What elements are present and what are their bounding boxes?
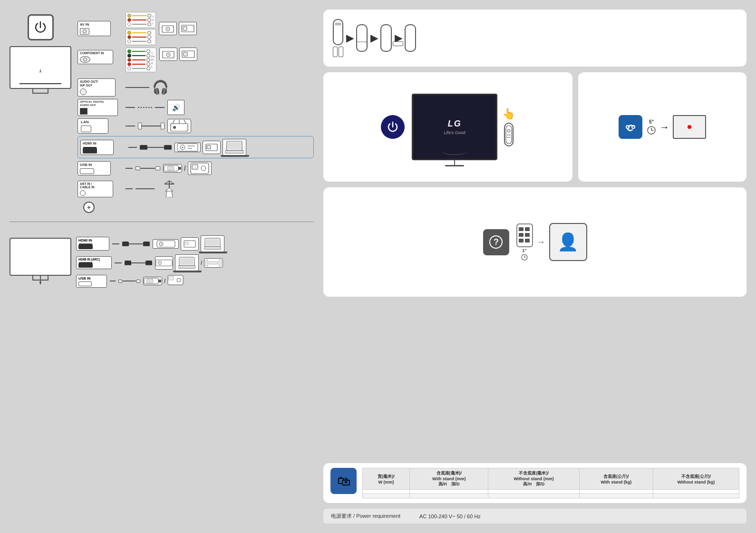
av-in-row: AV IN	[78, 12, 314, 45]
lg-tv-display: LG Life's Good	[412, 94, 497, 160]
power-req-label: 电源要求 / Power requirement	[331, 513, 400, 520]
svg-point-19	[182, 146, 184, 148]
help-timer-label: 1"	[522, 248, 526, 253]
svg-rect-21	[187, 148, 192, 149]
finger-remote: 👆	[502, 108, 515, 146]
usb-row: USB IN	[78, 161, 314, 176]
tv-small-pairing	[673, 115, 706, 139]
lan-row: LAN	[78, 118, 314, 134]
svg-rect-47	[156, 260, 172, 266]
component-dvd-icon	[159, 48, 177, 61]
laptop-icon	[223, 139, 246, 155]
plus-indicator: +	[83, 202, 95, 213]
svg-rect-28	[167, 166, 174, 170]
svg-rect-39	[157, 241, 175, 247]
lg-tv-section: LG Life's Good 👆	[323, 72, 572, 182]
component-devices	[159, 48, 197, 61]
power-icon	[28, 14, 54, 40]
svg-point-63	[626, 126, 629, 128]
shopping-bag-icon: 🛍	[330, 468, 357, 494]
spec-col-wsk: 含底座(公斤)/With stand (kg)	[579, 468, 653, 490]
svg-marker-38	[165, 188, 173, 191]
optical-label: OPTICAL DIGITALAUDIO OUT	[80, 100, 116, 107]
svg-line-13	[173, 120, 174, 124]
svg-rect-62	[507, 137, 511, 138]
cablebox-icon	[179, 22, 197, 35]
help-section: ? 1"	[323, 187, 746, 297]
lg-logo-text: LG	[448, 119, 462, 129]
svg-point-16	[173, 126, 176, 129]
spec-col-ws: 含底座(毫米)/With stand (mm)高/H 深/D	[410, 468, 488, 490]
spec-col-w: 宽(毫米)/W (mm)	[363, 468, 410, 490]
usb-label: USB IN	[80, 163, 108, 167]
svg-rect-71	[519, 227, 523, 231]
tv2-hdmi2-row: HDMI IN (ARC)	[76, 254, 314, 271]
antenna-row: ANT IN /CABLE IN	[78, 178, 314, 199]
antenna-house-icon	[157, 178, 181, 199]
left-panel: AV IN	[10, 10, 314, 523]
svg-rect-6	[183, 27, 187, 30]
svg-rect-72	[525, 227, 530, 231]
av-in-label: AV IN	[80, 22, 108, 27]
svg-point-64	[632, 126, 635, 128]
router-icon	[167, 119, 191, 133]
svg-text:?: ?	[494, 237, 499, 247]
svg-rect-54	[146, 279, 153, 283]
svg-point-41	[161, 243, 162, 244]
tv2-stb-icon	[181, 237, 199, 251]
svg-rect-74	[525, 233, 530, 237]
audio-out-label: AUDIO OUT/H/P OUT	[80, 80, 113, 87]
remote-small-icon	[504, 123, 514, 146]
step-arrow-1: ▶	[346, 32, 353, 44]
lg-tagline: Life's Good	[444, 130, 465, 135]
svg-point-4	[167, 29, 168, 29]
settopbox-icon	[203, 141, 221, 154]
step-arrow-2: ▶	[370, 32, 378, 44]
svg-rect-25	[228, 142, 241, 150]
svg-line-35	[165, 181, 169, 184]
right-panel: ▶ ▶ ▶	[323, 10, 746, 523]
question-icon: ?	[483, 229, 509, 255]
tv1-section: AV IN	[10, 10, 314, 199]
hdmi-section: HDMI IN	[78, 136, 314, 158]
svg-rect-43	[185, 242, 189, 245]
audio-out-row: AUDIO OUT/H/P OUT 🎧	[78, 78, 314, 97]
dvd-icon	[159, 22, 177, 35]
svg-rect-73	[519, 233, 523, 237]
component-box-icon	[179, 48, 197, 61]
link-icon	[619, 115, 642, 139]
bluray-icon	[174, 143, 201, 152]
remote-icon-2	[356, 24, 368, 52]
antenna-label: ANT IN /CABLE IN	[80, 182, 111, 190]
spec-row-2	[363, 494, 739, 498]
hdmi-row: HDMI IN	[80, 139, 311, 155]
svg-point-9	[168, 54, 169, 55]
tv2-hdmi-arc-label: HDMI IN (ARC)	[78, 258, 109, 261]
svg-rect-20	[187, 145, 195, 146]
svg-rect-61	[507, 135, 511, 136]
svg-rect-46	[204, 247, 221, 249]
svg-rect-57	[169, 276, 174, 280]
svg-rect-76	[525, 239, 530, 242]
av-devices	[159, 22, 197, 35]
power-req-value: AC 100-240 V~ 50 / 60 Hz	[419, 514, 481, 519]
svg-line-15	[184, 120, 186, 124]
tv2-bluray-icon	[153, 239, 179, 249]
specs-table: 宽(毫米)/W (mm) 含底座(毫米)/With stand (mm)高/H …	[362, 468, 739, 498]
hdmi-devices	[174, 139, 246, 155]
tv2-laptop2-icon	[175, 254, 199, 271]
middle-row: LG Life's Good 👆	[323, 72, 746, 182]
battery-section: ▶ ▶ ▶	[323, 10, 746, 67]
svg-rect-23	[207, 145, 211, 149]
tv2-section: ▼ HDMI IN	[10, 233, 314, 289]
component-in-row: COMPONENT IN	[78, 48, 314, 76]
svg-rect-51	[180, 258, 194, 265]
remote-icon-4	[405, 24, 416, 52]
headphone-icon: 🎧	[152, 79, 169, 95]
user-guide-icon: 👤	[549, 223, 587, 261]
tv2-hdmi1-row: HDMI IN	[76, 235, 314, 252]
battery-install-guide: ▶ ▶ ▶	[333, 19, 416, 57]
power-requirement-row: 电源要求 / Power requirement AC 100-240 V~ 5…	[323, 509, 746, 523]
battery-insert-icon	[380, 24, 392, 52]
magic-remote-timer: 5"	[649, 119, 654, 125]
